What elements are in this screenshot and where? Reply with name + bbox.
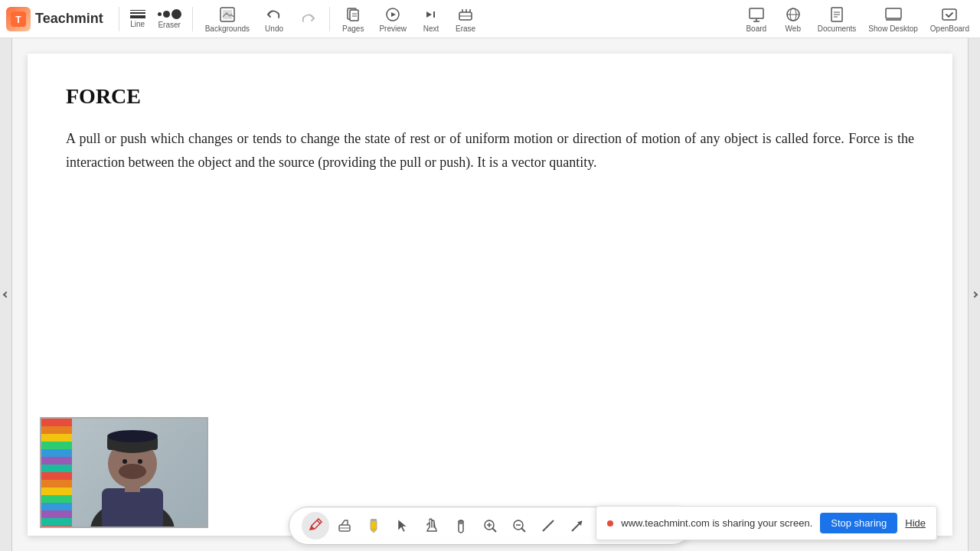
svg-rect-28: [942, 9, 956, 20]
svg-line-47: [492, 528, 496, 532]
board-icon: [747, 5, 766, 24]
redo-icon: [299, 9, 317, 28]
svg-line-39: [317, 520, 320, 523]
separator-2: [192, 7, 193, 31]
undo-icon: [265, 5, 283, 24]
backgrounds-button[interactable]: Backgrounds: [199, 2, 256, 36]
person-avatar: [79, 419, 186, 527]
pencil-tool[interactable]: [302, 512, 329, 540]
svg-rect-30: [102, 488, 163, 527]
right-collapse-tab[interactable]: [968, 38, 980, 551]
next-button[interactable]: Next: [416, 2, 446, 36]
svg-line-51: [521, 528, 525, 532]
zoom-out-tool[interactable]: [505, 512, 533, 540]
dot-icons: [158, 9, 181, 19]
svg-line-53: [543, 520, 554, 531]
pan-tool[interactable]: [447, 512, 475, 540]
webcam-video: [41, 419, 207, 527]
svg-rect-5: [350, 10, 358, 21]
svg-marker-9: [391, 12, 396, 17]
openboard-icon: [940, 5, 959, 24]
pencils-decoration: [41, 419, 72, 527]
document-heading: FORCE: [66, 84, 914, 109]
left-collapse-tab[interactable]: [0, 38, 12, 551]
line-label: Line: [130, 20, 145, 28]
sharing-banner: www.teachmint.com is sharing your screen…: [596, 506, 937, 540]
redo-button[interactable]: [292, 6, 323, 31]
stop-sharing-button[interactable]: Stop sharing: [820, 513, 897, 533]
sharing-text: www.teachmint.com is sharing your screen…: [621, 517, 812, 529]
erase-label: Erase: [456, 24, 475, 33]
board-label: Board: [746, 24, 766, 33]
svg-marker-43: [371, 530, 377, 533]
backgrounds-label: Backgrounds: [205, 24, 250, 33]
erase-button[interactable]: Erase: [449, 2, 482, 36]
preview-button[interactable]: Preview: [373, 2, 413, 36]
canvas-area[interactable]: FORCE A pull or push which changes or te…: [12, 38, 968, 551]
sharing-dot: [607, 520, 613, 527]
web-icon: [784, 5, 802, 24]
svg-point-37: [122, 459, 127, 464]
highlighter-tool[interactable]: [360, 512, 387, 540]
line-draw-tool[interactable]: [534, 512, 562, 540]
board-button[interactable]: Board: [740, 2, 773, 36]
web-button[interactable]: Web: [776, 2, 810, 36]
next-label: Next: [423, 24, 439, 33]
document-body: A pull or push which changes or tends to…: [66, 127, 914, 174]
openboard-label: OpenBoard: [930, 24, 969, 33]
preview-icon: [384, 5, 402, 24]
svg-marker-45: [398, 520, 407, 532]
separator-1: [119, 7, 119, 31]
svg-rect-16: [750, 8, 763, 18]
dot-size-group[interactable]: Eraser: [153, 6, 186, 32]
openboard-button[interactable]: OpenBoard: [926, 2, 974, 36]
zoom-in-tool[interactable]: [476, 512, 504, 540]
right-toolbar: Board Web Documents: [740, 2, 974, 36]
next-icon: [422, 5, 440, 24]
svg-rect-42: [371, 520, 377, 530]
separator-3: [329, 7, 330, 31]
select-tool[interactable]: [389, 512, 416, 540]
main-area: FORCE A pull or push which changes or te…: [0, 38, 980, 551]
svg-point-35: [107, 430, 158, 442]
hand-tool[interactable]: [418, 512, 446, 540]
svg-point-38: [138, 459, 142, 464]
svg-rect-44: [371, 519, 377, 521]
eraser-draw-tool[interactable]: [331, 512, 358, 540]
teachmint-logo-icon: T: [6, 7, 31, 31]
documents-icon: [828, 5, 846, 24]
top-toolbar: T Teachmint Line Eraser: [0, 0, 980, 38]
arrow-tool[interactable]: [564, 512, 591, 540]
pages-label: Pages: [342, 24, 364, 33]
svg-rect-26: [886, 8, 901, 18]
pages-icon: [344, 5, 362, 24]
app-name: Teachmint: [35, 11, 103, 27]
hide-button[interactable]: Hide: [905, 517, 926, 529]
logo-area: T Teachmint: [6, 7, 103, 31]
pages-button[interactable]: Pages: [336, 2, 370, 36]
eraser-label: Eraser: [158, 21, 180, 29]
page-content: FORCE A pull or push which changes or te…: [28, 54, 952, 204]
line-thickness-group[interactable]: Line: [126, 7, 150, 31]
preview-label: Preview: [379, 24, 407, 33]
webcam-overlay: [40, 417, 208, 528]
documents-button[interactable]: Documents: [813, 2, 861, 36]
erase-icon: [456, 5, 475, 24]
show-desktop-label: Show Desktop: [868, 24, 917, 33]
undo-label: Undo: [265, 24, 283, 33]
line-icons: [130, 10, 145, 18]
svg-text:T: T: [15, 15, 21, 25]
documents-label: Documents: [818, 24, 857, 33]
backgrounds-icon: [218, 5, 237, 24]
web-label: Web: [786, 24, 801, 33]
svg-point-36: [119, 464, 146, 479]
undo-button[interactable]: Undo: [259, 2, 289, 36]
show-desktop-icon: [884, 5, 903, 24]
show-desktop-button[interactable]: Show Desktop: [864, 2, 922, 36]
